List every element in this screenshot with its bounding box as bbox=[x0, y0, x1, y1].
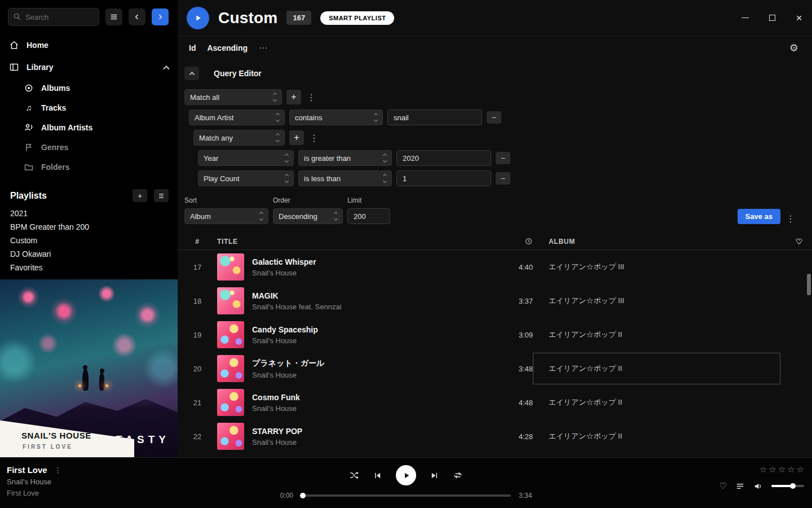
rule-group-options-button[interactable]: ⋮ bbox=[306, 92, 317, 103]
sidebar-item-albums[interactable]: Albums bbox=[0, 78, 178, 98]
next-button[interactable] bbox=[430, 471, 439, 480]
playlist-item[interactable]: BPM Greater than 200 bbox=[0, 220, 178, 234]
rule-field-select[interactable]: Year bbox=[198, 150, 294, 166]
match-type-select[interactable]: Match all bbox=[184, 89, 282, 105]
remove-rule-button[interactable]: − bbox=[496, 172, 510, 185]
track-duration: 3:09 bbox=[519, 331, 533, 339]
sidebar-item-folders[interactable]: Folders bbox=[0, 157, 178, 177]
star-icon[interactable]: ☆ bbox=[797, 465, 804, 475]
previous-button[interactable] bbox=[373, 471, 382, 480]
group-match-type-select[interactable]: Match any bbox=[193, 130, 285, 146]
rule-value-input[interactable] bbox=[387, 110, 482, 125]
playlist-list-button[interactable] bbox=[154, 189, 169, 202]
star-icon[interactable]: ☆ bbox=[778, 465, 785, 475]
playlist-item[interactable]: Custom bbox=[0, 234, 178, 247]
track-count-badge: 167 bbox=[286, 11, 311, 25]
playlists-header: Playlists + bbox=[10, 189, 169, 202]
limit-label: Limit bbox=[347, 196, 390, 204]
query-group-rule-row: Year is greater than − bbox=[198, 150, 801, 166]
folder-icon bbox=[24, 162, 34, 172]
seek-slider[interactable] bbox=[301, 494, 511, 497]
add-playlist-button[interactable]: + bbox=[133, 189, 147, 202]
add-rule-button[interactable]: + bbox=[286, 90, 301, 104]
volume-button[interactable] bbox=[753, 481, 763, 491]
cover-artist: SNAIL'S HOUSE bbox=[21, 431, 91, 440]
menu-button[interactable] bbox=[105, 8, 122, 25]
playlist-item[interactable]: DJ Okawari bbox=[0, 247, 178, 261]
close-button[interactable]: × bbox=[794, 12, 804, 23]
play-pause-button[interactable] bbox=[396, 465, 416, 485]
rule-operator-select[interactable]: is less than bbox=[298, 170, 392, 186]
sort-select[interactable]: Album bbox=[184, 208, 268, 224]
sort-order-button[interactable]: Ascending bbox=[207, 43, 248, 52]
shuffle-icon bbox=[349, 470, 359, 480]
speaker-icon bbox=[753, 481, 763, 491]
table-row[interactable]: 22 STARRY POP Snail's House 4:28 エイリアン☆ポ… bbox=[178, 419, 812, 453]
back-button[interactable] bbox=[129, 8, 145, 25]
track-thumbnail bbox=[217, 321, 244, 348]
volume-slider[interactable] bbox=[771, 485, 804, 487]
duration-column-header[interactable] bbox=[524, 237, 533, 246]
sidebar-item-home[interactable]: Home bbox=[0, 34, 178, 56]
rule-field-select[interactable]: Play Count bbox=[198, 170, 294, 186]
forward-button[interactable] bbox=[152, 8, 169, 25]
sidebar-item-tracks[interactable]: ♫ Tracks bbox=[0, 98, 178, 117]
column-header-album[interactable]: ALBUM bbox=[533, 238, 780, 246]
more-options-button[interactable]: ⋯ bbox=[259, 43, 267, 53]
track-album: エイリアン☆ポップ II bbox=[533, 319, 780, 351]
star-icon[interactable]: ☆ bbox=[787, 465, 795, 475]
rule-value-input[interactable] bbox=[396, 170, 491, 186]
star-icon[interactable]: ☆ bbox=[760, 465, 767, 475]
table-row[interactable]: 20 プラネット・ガール Snail's House 3:48 エイリアン☆ポッ… bbox=[178, 352, 812, 386]
rule-operator-select[interactable]: contains bbox=[289, 110, 383, 125]
playlist-item[interactable]: 2021 bbox=[0, 207, 178, 220]
sort-field-button[interactable]: Id bbox=[189, 43, 196, 52]
column-header-index[interactable]: # bbox=[178, 238, 217, 246]
table-row[interactable]: 19 Candy Spaceship Snail's House 3:09 エイ… bbox=[178, 318, 812, 352]
repeat-button[interactable] bbox=[453, 470, 463, 480]
sidebar-item-album-artists[interactable]: Album Artists bbox=[0, 117, 178, 137]
seek-handle[interactable] bbox=[300, 493, 306, 498]
group-options-button[interactable]: ⋮ bbox=[308, 133, 320, 143]
sidebar-item-library[interactable]: Library bbox=[0, 56, 178, 78]
remove-rule-button[interactable]: − bbox=[487, 111, 501, 124]
volume-handle[interactable] bbox=[790, 483, 796, 489]
queue-button[interactable] bbox=[735, 481, 745, 491]
playlist-item[interactable]: Favorites bbox=[0, 261, 178, 274]
add-group-rule-button[interactable]: + bbox=[289, 130, 304, 145]
favorite-button[interactable]: ♡ bbox=[720, 481, 727, 491]
table-row[interactable]: 21 Cosmo Funk Snail's House 4:48 エイリアン☆ポ… bbox=[178, 386, 812, 419]
table-row[interactable]: 18 MAGIK Snail's House feat. Sennzai 3:3… bbox=[178, 284, 812, 318]
remove-rule-button[interactable]: − bbox=[496, 152, 510, 164]
scrollbar-thumb[interactable] bbox=[807, 274, 811, 295]
now-playing-art[interactable]: SNAIL'S HOUSE FIRST LOVE TASTY bbox=[0, 279, 178, 457]
rule-value-input[interactable] bbox=[396, 150, 491, 166]
rule-operator-value: contains bbox=[295, 113, 322, 122]
select-spinner-icon bbox=[383, 174, 386, 182]
track-title: STARRY POP bbox=[252, 427, 500, 436]
limit-input[interactable] bbox=[347, 208, 390, 224]
play-playlist-button[interactable] bbox=[187, 7, 209, 29]
collapse-query-editor-button[interactable] bbox=[184, 67, 199, 80]
save-as-button[interactable]: Save as bbox=[738, 209, 780, 224]
order-label: Order bbox=[273, 196, 343, 204]
track-duration: 4:28 bbox=[519, 432, 533, 441]
search-input[interactable] bbox=[8, 8, 99, 26]
now-playing-options-button[interactable]: ⋮ bbox=[54, 466, 62, 475]
smart-playlist-badge: SMART PLAYLIST bbox=[320, 11, 394, 25]
maximize-button[interactable] bbox=[767, 12, 777, 23]
table-row[interactable]: 17 Galactic Whisper Snail's House 4:40 エ… bbox=[178, 250, 812, 284]
settings-gear-button[interactable]: ⚙ bbox=[789, 42, 798, 54]
rule-field-select[interactable]: Album Artist bbox=[189, 110, 285, 125]
order-select[interactable]: Descending bbox=[273, 208, 343, 224]
sidebar-item-genres[interactable]: Genres bbox=[0, 137, 178, 157]
shuffle-button[interactable] bbox=[349, 470, 359, 480]
player-right-controls: ☆ ☆ ☆ ☆ ☆ ♡ bbox=[720, 465, 804, 491]
star-icon[interactable]: ☆ bbox=[769, 465, 776, 475]
save-options-button[interactable]: ⋮ bbox=[785, 213, 796, 224]
rule-operator-select[interactable]: is greater than bbox=[298, 150, 392, 166]
minimize-button[interactable] bbox=[740, 12, 750, 23]
query-sort-row: Sort Album Order Descending Limit bbox=[184, 196, 801, 224]
favorite-column-header[interactable]: ♡ bbox=[796, 237, 812, 246]
column-header-title[interactable]: TITLE bbox=[217, 238, 500, 246]
